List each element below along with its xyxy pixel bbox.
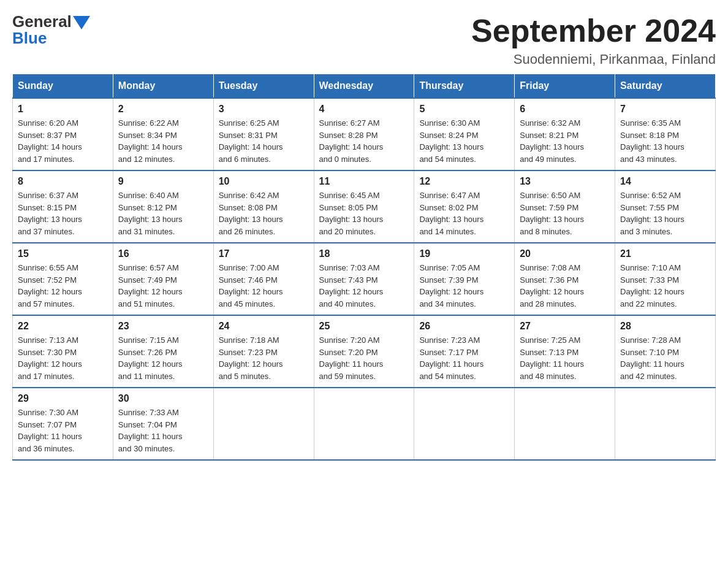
calendar-day-cell: 25Sunrise: 7:20 AMSunset: 7:20 PMDayligh… — [314, 315, 414, 388]
day-info: Sunrise: 6:45 AMSunset: 8:05 PMDaylight:… — [319, 190, 409, 237]
calendar-day-cell: 27Sunrise: 7:25 AMSunset: 7:13 PMDayligh… — [515, 315, 615, 388]
day-number: 16 — [118, 248, 208, 259]
day-number: 29 — [18, 393, 108, 404]
day-number: 18 — [319, 248, 409, 259]
day-info: Sunrise: 6:22 AMSunset: 8:34 PMDaylight:… — [118, 117, 208, 165]
calendar-day-cell: 2Sunrise: 6:22 AMSunset: 8:34 PMDaylight… — [113, 98, 213, 170]
day-number: 20 — [520, 248, 610, 259]
title-block: September 2024 Suodenniemi, Pirkanmaa, F… — [471, 12, 716, 67]
day-number: 14 — [620, 176, 710, 187]
day-info: Sunrise: 6:52 AMSunset: 7:55 PMDaylight:… — [620, 190, 710, 237]
day-info: Sunrise: 6:42 AMSunset: 8:08 PMDaylight:… — [219, 190, 309, 237]
day-number: 23 — [118, 321, 208, 332]
day-number: 26 — [419, 321, 509, 332]
calendar-day-header: Tuesday — [213, 74, 314, 99]
calendar-day-cell: 23Sunrise: 7:15 AMSunset: 7:26 PMDayligh… — [113, 315, 213, 388]
page-header: General Blue September 2024 Suodenniemi,… — [12, 12, 716, 67]
calendar-day-cell: 13Sunrise: 6:50 AMSunset: 7:59 PMDayligh… — [515, 170, 615, 243]
day-info: Sunrise: 7:08 AMSunset: 7:36 PMDaylight:… — [520, 262, 610, 310]
day-info: Sunrise: 6:32 AMSunset: 8:21 PMDaylight:… — [520, 117, 610, 165]
day-info: Sunrise: 7:25 AMSunset: 7:13 PMDaylight:… — [520, 334, 610, 382]
day-info: Sunrise: 7:20 AMSunset: 7:20 PMDaylight:… — [319, 334, 409, 382]
day-info: Sunrise: 7:15 AMSunset: 7:26 PMDaylight:… — [118, 334, 208, 382]
day-number: 8 — [18, 176, 108, 187]
day-info: Sunrise: 6:25 AMSunset: 8:31 PMDaylight:… — [219, 117, 309, 165]
calendar-day-cell: 28Sunrise: 7:28 AMSunset: 7:10 PMDayligh… — [615, 315, 716, 388]
calendar-day-cell: 24Sunrise: 7:18 AMSunset: 7:23 PMDayligh… — [213, 315, 314, 388]
calendar-day-cell: 14Sunrise: 6:52 AMSunset: 7:55 PMDayligh… — [615, 170, 716, 243]
day-number: 22 — [18, 321, 108, 332]
calendar-day-header: Thursday — [414, 74, 515, 99]
calendar-day-header: Wednesday — [314, 74, 414, 99]
day-info: Sunrise: 7:10 AMSunset: 7:33 PMDaylight:… — [620, 262, 710, 310]
day-info: Sunrise: 6:40 AMSunset: 8:12 PMDaylight:… — [118, 190, 208, 237]
day-info: Sunrise: 6:47 AMSunset: 8:02 PMDaylight:… — [419, 190, 509, 237]
calendar-week-row: 22Sunrise: 7:13 AMSunset: 7:30 PMDayligh… — [13, 315, 716, 388]
day-info: Sunrise: 7:30 AMSunset: 7:07 PMDaylight:… — [18, 407, 108, 454]
calendar-day-header: Monday — [113, 74, 213, 99]
logo-triangle-icon — [73, 16, 90, 29]
calendar-day-cell: 12Sunrise: 6:47 AMSunset: 8:02 PMDayligh… — [414, 170, 515, 243]
day-number: 11 — [319, 176, 409, 187]
calendar-day-cell: 18Sunrise: 7:03 AMSunset: 7:43 PMDayligh… — [314, 243, 414, 315]
day-number: 6 — [520, 104, 610, 115]
calendar-day-cell: 4Sunrise: 6:27 AMSunset: 8:28 PMDaylight… — [314, 98, 414, 170]
calendar-week-row: 1Sunrise: 6:20 AMSunset: 8:37 PMDaylight… — [13, 98, 716, 170]
calendar-day-cell — [213, 388, 314, 460]
calendar-day-cell: 16Sunrise: 6:57 AMSunset: 7:49 PMDayligh… — [113, 243, 213, 315]
logo: General Blue — [12, 12, 90, 48]
calendar-day-cell: 22Sunrise: 7:13 AMSunset: 7:30 PMDayligh… — [13, 315, 113, 388]
day-number: 9 — [118, 176, 208, 187]
calendar-day-cell — [314, 388, 414, 460]
calendar-header-row: SundayMondayTuesdayWednesdayThursdayFrid… — [13, 74, 716, 99]
day-info: Sunrise: 7:03 AMSunset: 7:43 PMDaylight:… — [319, 262, 409, 310]
day-info: Sunrise: 7:28 AMSunset: 7:10 PMDaylight:… — [620, 334, 710, 382]
calendar-day-cell: 1Sunrise: 6:20 AMSunset: 8:37 PMDaylight… — [13, 98, 113, 170]
calendar-day-cell: 15Sunrise: 6:55 AMSunset: 7:52 PMDayligh… — [13, 243, 113, 315]
day-number: 25 — [319, 321, 409, 332]
day-number: 19 — [419, 248, 509, 259]
day-info: Sunrise: 6:35 AMSunset: 8:18 PMDaylight:… — [620, 117, 710, 165]
day-number: 27 — [520, 321, 610, 332]
calendar-week-row: 15Sunrise: 6:55 AMSunset: 7:52 PMDayligh… — [13, 243, 716, 315]
calendar-day-cell: 11Sunrise: 6:45 AMSunset: 8:05 PMDayligh… — [314, 170, 414, 243]
day-number: 2 — [118, 104, 208, 115]
day-info: Sunrise: 7:13 AMSunset: 7:30 PMDaylight:… — [18, 334, 108, 382]
day-number: 15 — [18, 248, 108, 259]
day-number: 1 — [18, 104, 108, 115]
calendar-day-cell: 19Sunrise: 7:05 AMSunset: 7:39 PMDayligh… — [414, 243, 515, 315]
calendar-day-cell — [414, 388, 515, 460]
calendar-week-row: 8Sunrise: 6:37 AMSunset: 8:15 PMDaylight… — [13, 170, 716, 243]
day-number: 7 — [620, 104, 710, 115]
calendar-day-header: Friday — [515, 74, 615, 99]
day-info: Sunrise: 6:55 AMSunset: 7:52 PMDaylight:… — [18, 262, 108, 310]
calendar-day-cell: 5Sunrise: 6:30 AMSunset: 8:24 PMDaylight… — [414, 98, 515, 170]
day-info: Sunrise: 6:27 AMSunset: 8:28 PMDaylight:… — [319, 117, 409, 165]
day-info: Sunrise: 7:23 AMSunset: 7:17 PMDaylight:… — [419, 334, 509, 382]
calendar-day-cell: 26Sunrise: 7:23 AMSunset: 7:17 PMDayligh… — [414, 315, 515, 388]
calendar-day-cell: 21Sunrise: 7:10 AMSunset: 7:33 PMDayligh… — [615, 243, 716, 315]
calendar-day-cell: 10Sunrise: 6:42 AMSunset: 8:08 PMDayligh… — [213, 170, 314, 243]
calendar-week-row: 29Sunrise: 7:30 AMSunset: 7:07 PMDayligh… — [13, 388, 716, 460]
day-number: 12 — [419, 176, 509, 187]
calendar-day-cell: 6Sunrise: 6:32 AMSunset: 8:21 PMDaylight… — [515, 98, 615, 170]
logo-blue-text: Blue — [12, 29, 47, 47]
day-info: Sunrise: 7:18 AMSunset: 7:23 PMDaylight:… — [219, 334, 309, 382]
calendar-day-cell — [615, 388, 716, 460]
day-info: Sunrise: 6:50 AMSunset: 7:59 PMDaylight:… — [520, 190, 610, 237]
calendar-day-header: Sunday — [13, 74, 113, 99]
calendar-day-cell: 7Sunrise: 6:35 AMSunset: 8:18 PMDaylight… — [615, 98, 716, 170]
day-number: 17 — [219, 248, 309, 259]
day-info: Sunrise: 7:33 AMSunset: 7:04 PMDaylight:… — [118, 407, 208, 454]
calendar-day-cell: 3Sunrise: 6:25 AMSunset: 8:31 PMDaylight… — [213, 98, 314, 170]
day-number: 3 — [219, 104, 309, 115]
day-info: Sunrise: 7:05 AMSunset: 7:39 PMDaylight:… — [419, 262, 509, 310]
day-number: 10 — [219, 176, 309, 187]
day-number: 13 — [520, 176, 610, 187]
calendar-day-cell: 17Sunrise: 7:00 AMSunset: 7:46 PMDayligh… — [213, 243, 314, 315]
calendar-day-cell: 9Sunrise: 6:40 AMSunset: 8:12 PMDaylight… — [113, 170, 213, 243]
calendar-day-cell: 30Sunrise: 7:33 AMSunset: 7:04 PMDayligh… — [113, 388, 213, 460]
calendar-table: SundayMondayTuesdayWednesdayThursdayFrid… — [12, 74, 716, 461]
calendar-day-cell — [515, 388, 615, 460]
day-info: Sunrise: 6:57 AMSunset: 7:49 PMDaylight:… — [118, 262, 208, 310]
